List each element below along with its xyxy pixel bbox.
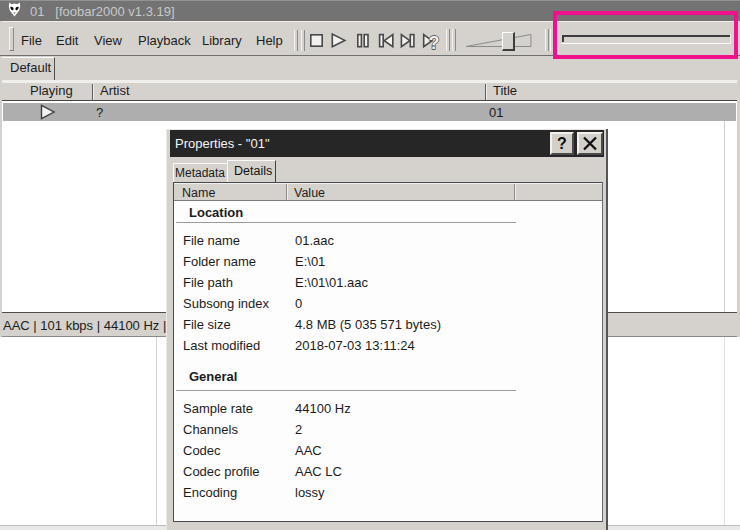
svg-text:?: ? [429,33,440,53]
